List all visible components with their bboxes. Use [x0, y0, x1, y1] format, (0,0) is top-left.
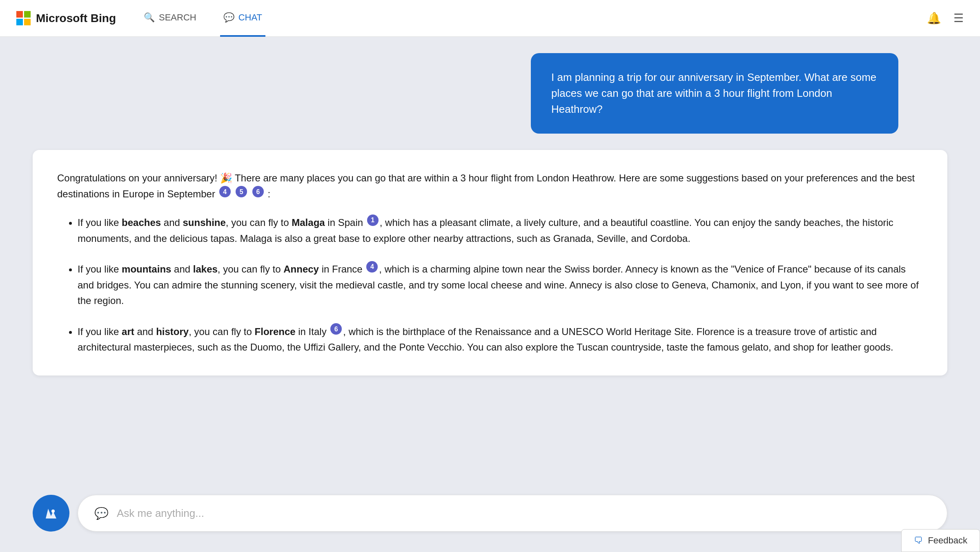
svg-rect-0 — [16, 11, 23, 18]
keyword-sunshine: sunshine — [183, 217, 226, 228]
feedback-label: Feedback — [928, 535, 967, 546]
nav-chat-label: CHAT — [238, 12, 262, 23]
nav-chat[interactable]: 💬 CHAT — [220, 0, 265, 37]
logo-area: Microsoft Bing — [16, 11, 116, 26]
input-bar-area: 💬 Ask me anything... — [33, 495, 947, 532]
user-message-text: I am planning a trip for our anniversary… — [551, 71, 876, 115]
list-item-florence: If you like art and history, you can fly… — [78, 323, 923, 355]
nav-items: 🔍 SEARCH 💬 CHAT — [140, 0, 927, 37]
destination-malaga: Malaga — [292, 217, 325, 228]
keyword-beaches: beaches — [122, 217, 161, 228]
chat-icon: 💬 — [223, 12, 234, 23]
nav-search[interactable]: 🔍 SEARCH — [140, 0, 200, 37]
input-placeholder-text: Ask me anything... — [117, 507, 204, 520]
search-icon: 🔍 — [144, 12, 155, 23]
feedback-icon: 🗨 — [914, 535, 923, 546]
ai-response-text: Congratulations on your anniversary! 🎉 T… — [57, 170, 923, 355]
chat-input-box[interactable]: 💬 Ask me anything... — [78, 495, 947, 532]
bell-icon[interactable]: 🔔 — [927, 11, 941, 25]
header: Microsoft Bing 🔍 SEARCH 💬 CHAT 🔔 ☰ — [0, 0, 980, 37]
keyword-history: history — [156, 326, 189, 337]
destination-florence: Florence — [255, 326, 296, 337]
header-right: 🔔 ☰ — [927, 11, 964, 25]
ai-response-area: Congratulations on your anniversary! 🎉 T… — [33, 150, 947, 375]
keyword-art: art — [122, 326, 134, 337]
user-message-area: I am planning a trip for our anniversary… — [0, 53, 980, 150]
destination-annecy: Annecy — [283, 264, 319, 275]
svg-point-4 — [51, 510, 55, 513]
menu-icon[interactable]: ☰ — [953, 11, 964, 25]
feedback-button[interactable]: 🗨 Feedback — [901, 529, 980, 552]
main-content: I am planning a trip for our anniversary… — [0, 37, 980, 552]
microsoft-logo — [16, 11, 31, 26]
keyword-lakes: lakes — [193, 264, 218, 275]
input-chat-icon: 💬 — [94, 507, 109, 520]
ai-intro-paragraph: Congratulations on your anniversary! 🎉 T… — [57, 170, 923, 202]
citation-1[interactable]: 1 — [367, 215, 379, 226]
svg-rect-1 — [24, 11, 31, 18]
user-message-bubble: I am planning a trip for our anniversary… — [531, 53, 898, 134]
logo-text: Microsoft Bing — [36, 12, 116, 25]
svg-rect-3 — [24, 19, 31, 25]
citation-4[interactable]: 4 — [219, 186, 231, 197]
citation-6[interactable]: 6 — [252, 186, 264, 197]
ai-suggestions-list: If you like beaches and sunshine, you ca… — [57, 215, 923, 355]
citation-4b[interactable]: 4 — [366, 261, 378, 273]
citation-5[interactable]: 5 — [236, 186, 247, 197]
keyword-mountains: mountains — [122, 264, 171, 275]
svg-rect-2 — [16, 19, 23, 25]
list-item-malaga: If you like beaches and sunshine, you ca… — [78, 215, 923, 246]
citation-6b[interactable]: 6 — [330, 323, 342, 335]
bing-icon-button[interactable] — [33, 495, 69, 532]
ai-intro-text: Congratulations on your anniversary! 🎉 T… — [57, 172, 915, 200]
bing-logo-icon — [41, 503, 61, 523]
nav-search-label: SEARCH — [159, 12, 196, 23]
list-item-annecy: If you like mountains and lakes, you can… — [78, 261, 923, 308]
